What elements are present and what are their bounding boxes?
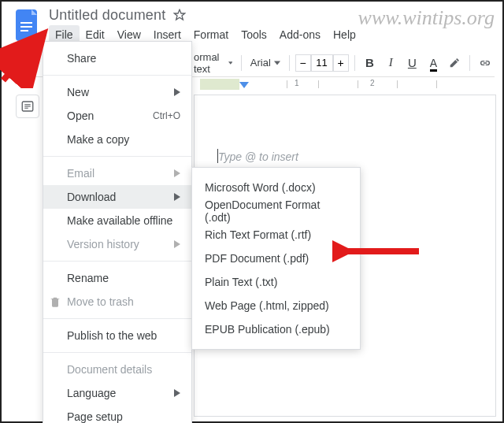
menu-email[interactable]: Email — [43, 161, 191, 185]
outline-icon — [20, 99, 35, 113]
submenu-caret-icon — [174, 387, 180, 399]
download-txt[interactable]: Plain Text (.txt) — [192, 270, 360, 294]
font-size-decrease[interactable]: − — [295, 54, 311, 72]
menu-page-setup[interactable]: Page setup — [43, 405, 191, 423]
file-menu-dropdown: Share New OpenCtrl+O Make a copy Email D… — [43, 41, 192, 423]
indent-marker-icon[interactable] — [239, 77, 249, 83]
svg-rect-2 — [20, 26, 32, 28]
star-icon[interactable] — [173, 9, 186, 21]
menu-make-offline[interactable]: Make available offline — [43, 209, 191, 232]
page-placeholder: Type @ to insert — [218, 150, 298, 163]
paragraph-style-select[interactable]: ormal text — [191, 53, 235, 73]
font-size-stepper: − 11 + — [295, 54, 349, 72]
download-rtf[interactable]: Rich Text Format (.rtf) — [192, 223, 360, 247]
menu-language[interactable]: Language — [43, 381, 191, 405]
text-color-button[interactable]: A — [424, 53, 443, 73]
ruler-number: 1 — [295, 79, 299, 87]
caret-down-icon — [228, 60, 233, 66]
download-odt[interactable]: OpenDocument Format (.odt) — [192, 199, 360, 223]
text-color-icon: A — [430, 57, 437, 69]
menu-document-details[interactable]: Document details — [43, 358, 191, 381]
menu-make-copy[interactable]: Make a copy — [43, 128, 191, 151]
download-pdf[interactable]: PDF Document (.pdf) — [192, 247, 360, 270]
svg-rect-3 — [20, 30, 28, 32]
underline-button[interactable]: U — [402, 53, 421, 73]
trash-icon — [49, 295, 61, 308]
toolbar-separator — [241, 55, 242, 71]
toolbar-separator — [469, 55, 470, 71]
submenu-caret-icon — [174, 238, 180, 250]
submenu-caret-icon — [174, 167, 180, 180]
toolbar-separator — [354, 55, 355, 71]
link-icon — [478, 56, 492, 70]
font-family-label: Arial — [250, 57, 271, 69]
svg-marker-4 — [175, 9, 185, 20]
svg-marker-5 — [239, 82, 249, 88]
docs-logo[interactable] — [13, 8, 41, 43]
menu-new[interactable]: New — [43, 80, 191, 104]
menu-publish[interactable]: Publish to the web — [43, 324, 191, 347]
font-family-select[interactable]: Arial — [247, 53, 284, 73]
submenu-caret-icon — [174, 86, 180, 98]
download-submenu: Microsoft Word (.docx) OpenDocument Form… — [191, 167, 361, 350]
highlighter-icon — [448, 57, 461, 69]
download-html[interactable]: Web Page (.html, zipped) — [192, 294, 360, 317]
menu-move-trash[interactable]: Move to trash — [43, 290, 191, 314]
font-size-value[interactable]: 11 — [311, 54, 333, 72]
shortcut-label: Ctrl+O — [153, 110, 180, 121]
menu-rename[interactable]: Rename — [43, 266, 191, 290]
menu-share[interactable]: Share — [43, 46, 191, 70]
document-title[interactable]: Untitled document — [49, 7, 165, 24]
download-docx[interactable]: Microsoft Word (.docx) — [192, 176, 360, 199]
toolbar-separator — [289, 55, 290, 71]
ruler-number: 2 — [370, 79, 375, 87]
paragraph-style-label: ormal text — [194, 51, 225, 75]
menu-help[interactable]: Help — [327, 25, 362, 44]
insert-link-button[interactable] — [476, 53, 495, 73]
menu-open[interactable]: OpenCtrl+O — [43, 104, 191, 128]
svg-rect-1 — [20, 22, 32, 24]
menu-format[interactable]: Format — [187, 25, 235, 44]
horizontal-ruler[interactable]: 1 2 — [200, 77, 495, 91]
bold-button[interactable]: B — [360, 53, 379, 73]
italic-button[interactable]: I — [381, 53, 400, 73]
menu-version-history[interactable]: Version history — [43, 232, 191, 256]
font-size-increase[interactable]: + — [333, 54, 349, 72]
menu-addons[interactable]: Add-ons — [273, 25, 327, 44]
caret-down-icon — [274, 60, 280, 66]
download-epub[interactable]: EPUB Publication (.epub) — [192, 317, 360, 341]
highlight-color-button[interactable] — [445, 53, 464, 73]
menu-tools[interactable]: Tools — [235, 25, 273, 44]
outline-toggle-button[interactable] — [16, 95, 39, 118]
menu-download[interactable]: Download — [43, 185, 191, 209]
submenu-caret-icon — [174, 191, 180, 203]
